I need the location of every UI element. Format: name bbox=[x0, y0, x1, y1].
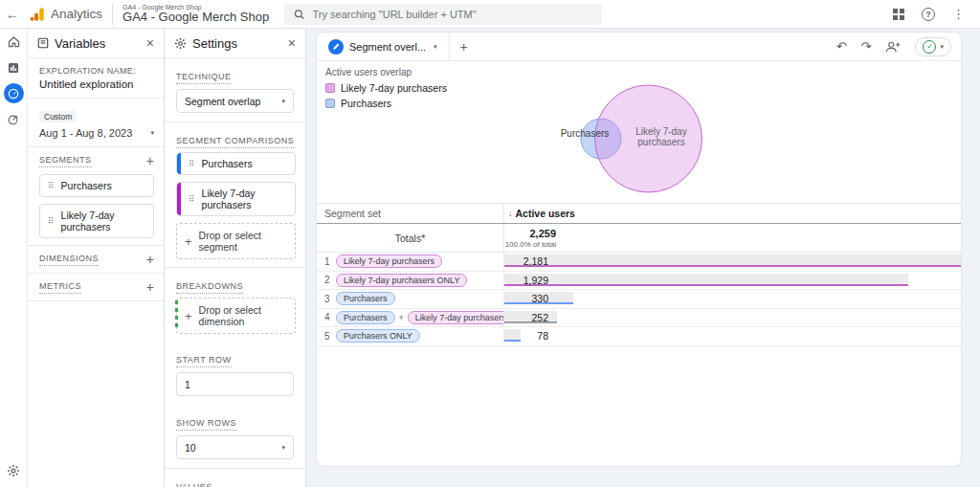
nav-reports[interactable] bbox=[0, 55, 27, 80]
drop-dimension-zone[interactable]: + Drop or select dimension bbox=[176, 298, 296, 334]
active-users-label: Active users bbox=[516, 208, 575, 219]
value-text: 252 bbox=[504, 312, 548, 323]
drop-segment-zone[interactable]: + Drop or select segment bbox=[176, 223, 296, 259]
chevron-down-icon: ▾ bbox=[281, 444, 285, 452]
settings-gear-icon bbox=[174, 37, 187, 50]
tab-segment-overlap[interactable]: Segment overl... ▾ bbox=[317, 33, 450, 60]
nav-admin[interactable] bbox=[0, 464, 27, 477]
segment-card-purchasers[interactable]: ⠿ Purchasers bbox=[39, 174, 154, 197]
variables-panel: Variables × EXPLORATION NAME: Untitled e… bbox=[27, 29, 165, 487]
table-row[interactable]: 5Purchasers ONLY78 bbox=[317, 327, 961, 346]
table-row[interactable]: 3Purchasers330 bbox=[317, 290, 961, 309]
check-circle-icon: ✓ bbox=[923, 40, 936, 54]
search-icon bbox=[294, 9, 304, 20]
show-rows-value: 10 bbox=[185, 442, 196, 454]
add-metric-icon[interactable]: + bbox=[146, 280, 154, 294]
help-glyph: ? bbox=[925, 10, 931, 19]
more-menu-icon[interactable]: ⋮ bbox=[952, 7, 965, 21]
close-icon[interactable]: × bbox=[146, 36, 154, 50]
segment-pill[interactable]: Likely 7-day purchasers bbox=[336, 255, 442, 268]
settings-title: Settings bbox=[192, 36, 237, 51]
nav-advertising[interactable] bbox=[0, 106, 27, 132]
property-switcher[interactable]: GA4 - Google Merch Shop GA4 - Google Mer… bbox=[122, 4, 269, 25]
status-ok-dropdown[interactable]: ✓ ▾ bbox=[915, 37, 951, 56]
table-row[interactable]: 4Purchasers+Likely 7-day purchasers252 bbox=[317, 309, 961, 328]
legend-title: Active users overlap bbox=[325, 67, 447, 77]
segment-pills: Purchasers+Likely 7-day purchasers bbox=[336, 311, 503, 324]
check-glyph: ✓ bbox=[926, 42, 933, 51]
chart-legend: Active users overlap Likely 7-day purcha… bbox=[325, 67, 447, 113]
analytics-logo-icon bbox=[29, 6, 46, 23]
apps-grid-icon[interactable] bbox=[893, 9, 904, 20]
legend-items: Likely 7-day purchasersPurchasers bbox=[325, 82, 447, 109]
share-user-icon[interactable] bbox=[885, 40, 901, 54]
add-tab-button[interactable]: + bbox=[450, 39, 479, 55]
row-number: 4 bbox=[317, 312, 336, 322]
show-rows-label: SHOW ROWS bbox=[176, 418, 236, 431]
table-header: Segment set ↓ Active users bbox=[317, 203, 961, 224]
totals-value: 2,259 bbox=[504, 228, 556, 239]
segments-section-header: SEGMENTS + bbox=[28, 147, 164, 174]
exploration-name-value[interactable]: Untitled exploration bbox=[39, 78, 154, 90]
tab-label: Segment overl... bbox=[349, 41, 426, 53]
comparison-card-likely7day[interactable]: ⠿ Likely 7-day purchasers bbox=[176, 182, 296, 216]
canvas-tab-bar: Segment overl... ▾ + ↶ ↷ ✓ bbox=[317, 33, 961, 61]
segment-pills: Likely 7-day purchasers bbox=[336, 255, 503, 268]
ga4-explorations-screen: ← Analytics GA4 - Google Merch Shop GA4 … bbox=[0, 0, 980, 487]
totals-value-cell: 2,259 100.0% of total bbox=[503, 224, 961, 252]
help-icon[interactable]: ? bbox=[922, 8, 935, 21]
drag-handle-icon[interactable]: ⠿ bbox=[189, 159, 195, 168]
advertising-icon bbox=[7, 113, 20, 126]
search-input[interactable] bbox=[313, 9, 593, 20]
segment-set-column-header[interactable]: Segment set bbox=[317, 208, 503, 219]
variables-title: Variables bbox=[55, 36, 105, 51]
drop-segment-label: Drop or select segment bbox=[199, 230, 287, 253]
chevron-down-icon: ▾ bbox=[434, 43, 437, 51]
segment-pill[interactable]: Likely 7-day purchasers ONLY bbox=[336, 274, 467, 287]
segment-pill[interactable]: Purchasers ONLY bbox=[336, 329, 420, 343]
start-row-value: 1 bbox=[185, 379, 190, 390]
drag-handle-icon[interactable]: ⠿ bbox=[48, 216, 55, 226]
venn-label-purchasers: Purchasers bbox=[556, 128, 613, 139]
back-icon[interactable]: ← bbox=[0, 7, 25, 22]
table-row[interactable]: 2Likely 7-day purchasers ONLY1,929 bbox=[317, 272, 961, 291]
technique-select[interactable]: Segment overlap ▾ bbox=[176, 89, 294, 113]
segment-pills: Purchasers ONLY bbox=[336, 329, 503, 343]
nav-home[interactable] bbox=[0, 29, 27, 55]
exploration-name-label: EXPLORATION NAME: bbox=[39, 66, 154, 76]
drag-handle-icon[interactable]: ⠿ bbox=[48, 181, 55, 190]
drag-handle-icon[interactable]: ⠿ bbox=[189, 194, 195, 204]
add-segment-icon[interactable]: + bbox=[146, 154, 154, 167]
divider bbox=[112, 4, 113, 25]
add-dimension-icon[interactable]: + bbox=[146, 253, 154, 266]
value-cell: 252 bbox=[503, 309, 961, 327]
value-text: 2,181 bbox=[504, 255, 548, 267]
chevron-down-icon: ▾ bbox=[281, 98, 285, 105]
settings-header: Settings × bbox=[165, 29, 305, 58]
show-rows-section: SHOW ROWS bbox=[165, 405, 305, 431]
active-users-column-header[interactable]: ↓ Active users bbox=[503, 204, 961, 223]
search-bar[interactable] bbox=[284, 4, 602, 25]
dimensions-label: DIMENSIONS bbox=[39, 254, 99, 266]
value-bar bbox=[504, 255, 961, 267]
gear-icon bbox=[7, 464, 20, 477]
table-row[interactable]: 1Likely 7-day purchasers2,181 bbox=[317, 253, 961, 272]
segment-pill[interactable]: Purchasers bbox=[336, 311, 395, 324]
comparison-card-purchasers[interactable]: ⠿ Purchasers bbox=[176, 152, 296, 175]
segment-comparisons-label: SEGMENT COMPARISONS bbox=[176, 136, 294, 148]
top-app-bar: ← Analytics GA4 - Google Merch Shop GA4 … bbox=[0, 0, 980, 29]
show-rows-select[interactable]: 10 ▾ bbox=[176, 435, 294, 459]
undo-icon[interactable]: ↶ bbox=[836, 40, 847, 53]
segment-pill[interactable]: Likely 7-day purchasers bbox=[408, 311, 503, 324]
redo-icon[interactable]: ↷ bbox=[861, 40, 872, 53]
venn-label-likely7day: Likely 7-day purchasers bbox=[623, 126, 700, 147]
start-row-input[interactable]: 1 bbox=[176, 372, 294, 396]
segment-pill[interactable]: Purchasers bbox=[336, 292, 395, 305]
close-icon[interactable]: × bbox=[288, 36, 296, 50]
brand-name: Analytics bbox=[51, 7, 102, 21]
property-title: GA4 - Google Merch Shop bbox=[122, 11, 269, 24]
segment-card-likely7day[interactable]: ⠿ Likely 7-day purchasers bbox=[39, 204, 154, 238]
canvas-actions: ↶ ↷ ✓ ▾ bbox=[836, 37, 961, 56]
date-range-picker[interactable]: Aug 1 - Aug 8, 2023 ▾ bbox=[39, 127, 154, 139]
nav-explore-selected[interactable] bbox=[0, 80, 27, 106]
